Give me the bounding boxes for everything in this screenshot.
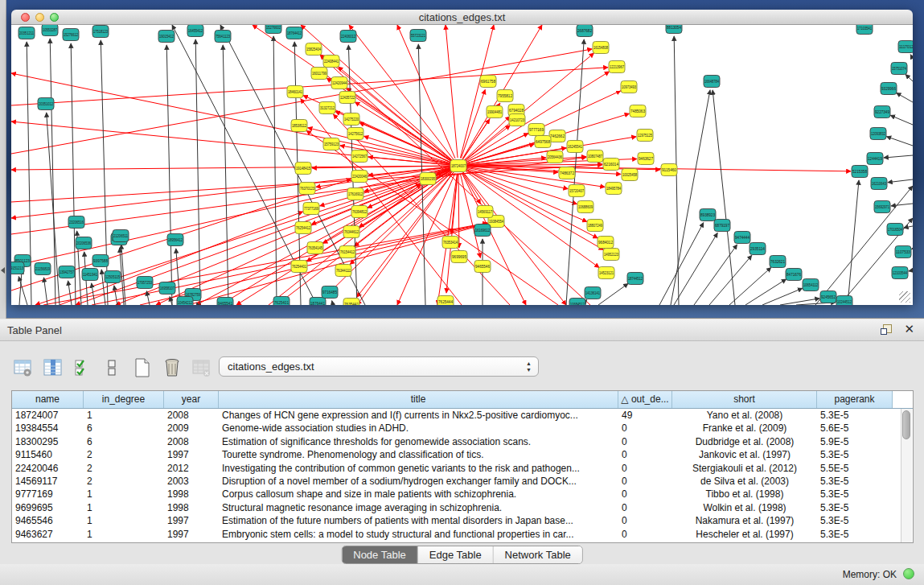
graph-node[interactable]: 8813054 <box>666 25 682 34</box>
graph-node[interactable]: 76353414 <box>442 237 458 249</box>
table-selector-dropdown[interactable]: citations_edges.txt ▲▼ <box>219 356 539 377</box>
graph-edge[interactable] <box>11 122 450 165</box>
graph-node[interactable]: 76394812 <box>351 206 368 218</box>
window-titlebar[interactable]: citations_edges.txt <box>11 10 913 25</box>
graph-node[interactable]: 14210723 <box>509 114 525 126</box>
graph-node[interactable]: 55723121 <box>410 30 426 42</box>
graph-node[interactable]: 1117012 <box>898 41 913 53</box>
graph-node[interactable]: 19148415 <box>295 163 311 175</box>
graph-node[interactable]: 10684512 <box>569 299 585 306</box>
graph-node[interactable]: 75641123 <box>215 31 231 43</box>
panel-mode-icon[interactable] <box>101 356 125 380</box>
graph-edge[interactable] <box>909 270 913 271</box>
graph-node[interactable]: 9474444 <box>734 232 750 244</box>
graph-node[interactable]: 12975125 <box>637 130 653 142</box>
graph-edge[interactable] <box>363 136 450 163</box>
graph-node[interactable]: 10025458 <box>622 169 638 181</box>
graph-node[interactable]: 14275612 <box>347 128 363 140</box>
graph-node[interactable]: 7632621 <box>770 256 786 268</box>
graph-node[interactable]: 9397588 <box>92 255 109 267</box>
graph-edge[interactable] <box>910 55 913 59</box>
column-header-short[interactable]: short <box>672 391 817 408</box>
network-canvas[interactable]: 1872400715825404224084411601179912420944… <box>11 25 913 305</box>
graph-edge[interactable] <box>301 99 462 305</box>
graph-node[interactable]: 15276612 <box>63 29 79 41</box>
graph-node[interactable]: 31327212 <box>319 102 335 114</box>
graph-edge[interactable] <box>463 172 566 305</box>
graph-node[interactable]: 11451941 <box>82 269 98 281</box>
graph-node[interactable]: 23206516 <box>68 216 84 229</box>
graph-node[interactable]: 17957253 <box>137 277 153 289</box>
table-scrollbar[interactable] <box>901 409 912 542</box>
graph-edge[interactable] <box>713 90 735 305</box>
graph-node[interactable]: 16210643 <box>871 178 887 190</box>
graph-node[interactable]: 20206536 <box>76 237 92 249</box>
citation-graph[interactable]: 1872400715825404224084411601179912420944… <box>11 25 913 305</box>
graph-node[interactable]: 21156819 <box>35 263 51 275</box>
graph-node[interactable]: 2687682 <box>577 25 593 37</box>
graph-node[interactable]: 7462662 <box>549 130 565 142</box>
graph-node[interactable]: 7485063 <box>630 105 646 117</box>
table-row[interactable]: 2242004622012Investigating the contribut… <box>12 462 913 475</box>
graph-node[interactable]: 6497568 <box>535 136 551 148</box>
graph-node[interactable]: 7625401 <box>273 297 290 306</box>
graph-node[interactable]: 9684012 <box>598 237 614 249</box>
graph-node[interactable]: 17016504 <box>887 224 903 236</box>
graph-node[interactable]: 9245652 <box>820 291 836 303</box>
graph-node[interactable]: 18956412 <box>167 234 183 246</box>
graph-edge[interactable] <box>674 233 717 305</box>
graph-edge[interactable] <box>462 173 526 305</box>
table-row[interactable]: 977716911998Corpus callosum shape and si… <box>12 488 913 501</box>
graph-node[interactable]: 76344612 <box>343 226 359 238</box>
graph-node[interactable]: 76354145 <box>307 242 323 254</box>
graph-node[interactable]: 17518123 <box>92 26 109 38</box>
graph-node[interactable]: 77377169 <box>303 203 319 215</box>
graph-node[interactable]: 76254412 <box>295 222 311 234</box>
graph-node[interactable]: 19015412 <box>158 31 175 43</box>
graph-node[interactable]: 20351211 <box>18 27 35 39</box>
network-window[interactable]: citations_edges.txt 18724007158254042240… <box>11 10 913 304</box>
graph-node[interactable]: 14272567 <box>351 150 368 163</box>
graph-node[interactable]: 9777169 <box>528 124 544 136</box>
graph-node[interactable]: 21206511 <box>113 230 129 242</box>
graph-node[interactable]: 7635441 <box>343 299 359 306</box>
graph-node[interactable]: 16455412 <box>187 25 203 37</box>
graph-edge[interactable] <box>598 283 628 305</box>
table-settings-icon[interactable] <box>11 356 35 380</box>
graph-edge[interactable] <box>911 249 913 249</box>
tab-edge-table[interactable]: Edge Table <box>418 546 494 563</box>
graph-node[interactable]: 22420046 <box>351 171 368 183</box>
column-header-name[interactable]: name <box>12 391 84 408</box>
table-row[interactable]: 1456911722003Disruption of a novel membe… <box>12 475 913 488</box>
graph-edge[interactable] <box>888 179 913 183</box>
graph-node[interactable]: 19904481 <box>487 106 503 118</box>
column-select-icon[interactable] <box>41 356 65 380</box>
column-header-out_de[interactable]: △ out_de... <box>618 391 672 408</box>
graph-node[interactable]: 9465541 <box>217 298 233 306</box>
graph-edge[interactable] <box>114 286 117 305</box>
graph-node[interactable]: 14275220 <box>343 113 359 126</box>
graph-node[interactable]: 18495784 <box>606 183 622 195</box>
column-header-pagerank[interactable]: pagerank <box>817 391 893 408</box>
left-panel-edge[interactable] <box>0 0 6 319</box>
graph-node[interactable]: 9329966 <box>881 83 897 95</box>
graph-edge[interactable] <box>43 223 487 305</box>
graph-edge[interactable] <box>166 45 172 305</box>
graph-edge[interactable] <box>92 283 95 305</box>
graph-node[interactable]: 18300295 <box>420 173 436 185</box>
table-row[interactable]: 911546021997Tourette syndrome. Phenomeno… <box>12 448 913 461</box>
graph-node[interactable]: 16154808 <box>593 42 609 54</box>
graph-node[interactable]: 2935114 <box>749 243 766 255</box>
graph-edge[interactable] <box>906 75 913 81</box>
graph-node[interactable]: 9227349 <box>874 106 890 118</box>
graph-node[interactable]: 1107533 <box>895 246 911 258</box>
graph-node[interactable]: 1244419 <box>867 153 883 165</box>
graph-node[interactable]: 9115460 <box>661 164 677 176</box>
graph-node[interactable]: 20564436 <box>547 151 563 163</box>
graph-edge[interactable] <box>273 36 277 305</box>
graph-node[interactable]: 17616912 <box>347 188 363 200</box>
graph-node[interactable]: 76254401 <box>291 261 307 273</box>
graph-node[interactable]: 22406012 <box>340 31 356 43</box>
graph-node[interactable]: 7955812 <box>497 90 513 102</box>
table-row[interactable]: 946554611997Estimation of the future num… <box>12 514 913 527</box>
